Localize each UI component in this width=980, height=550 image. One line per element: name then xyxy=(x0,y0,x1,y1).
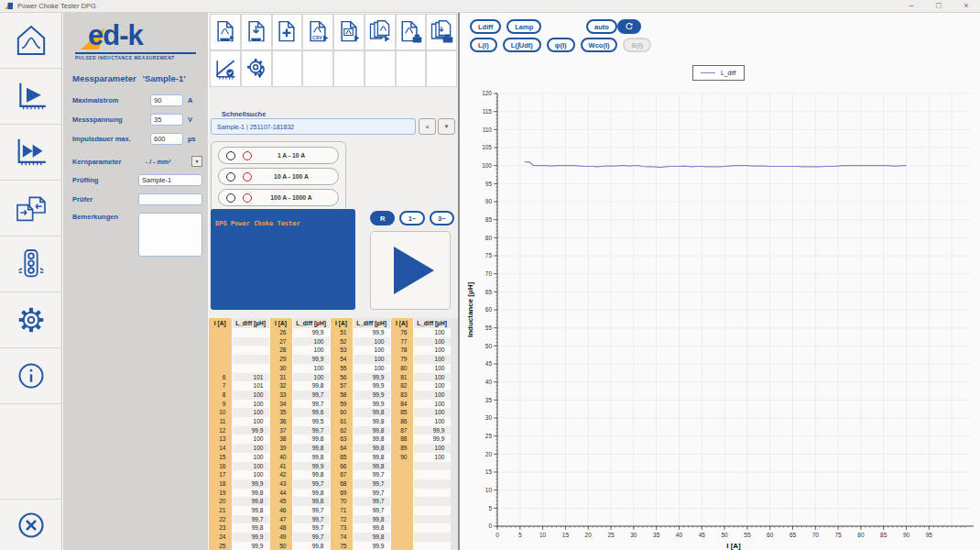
schnellsuche-clear-button[interactable]: × xyxy=(419,118,436,135)
start-measurement-button[interactable] xyxy=(370,231,451,310)
range-option-3[interactable]: 100 A - 1000 A xyxy=(218,189,339,206)
sidebar-info-button[interactable] xyxy=(0,348,61,404)
table-cell-ldiff: 99,9 xyxy=(413,434,451,444)
add-measurement-button[interactable] xyxy=(273,15,302,50)
wco-of-i-button[interactable]: Wco(I) xyxy=(581,38,618,52)
svg-text:110: 110 xyxy=(483,126,493,133)
parameter-panel: ed-k PULSED INDUCTANCE MEASUREMENT Messp… xyxy=(63,13,208,550)
record-circle-icon xyxy=(243,151,252,160)
table-cell-ldiff: 100 xyxy=(292,373,330,382)
sidebar-measure-fast-button[interactable] xyxy=(0,125,61,181)
record-circle-icon xyxy=(243,172,252,182)
sidebar-status-button[interactable] xyxy=(0,236,61,292)
save-measurement-button[interactable] xyxy=(242,15,271,50)
table-cell-ldiff xyxy=(232,364,269,373)
svg-text:120: 120 xyxy=(482,90,492,96)
table-cell-ldiff: 99,8 xyxy=(353,417,390,426)
svg-text:30: 30 xyxy=(630,532,637,538)
process-settings-button[interactable] xyxy=(242,51,271,86)
table-cell-ldiff: 99,7 xyxy=(353,479,390,489)
sidebar-home-button[interactable] xyxy=(0,13,61,69)
impulsdauer-input[interactable] xyxy=(150,133,183,145)
minimize-button[interactable]: – xyxy=(898,0,925,12)
table-cell-current: 14 xyxy=(209,444,232,453)
messspannung-input[interactable] xyxy=(150,114,183,126)
table-cell-ldiff: 100 xyxy=(413,364,451,373)
table-cell-current: 44 xyxy=(269,489,292,498)
table-cell-ldiff: 99,8 xyxy=(353,523,390,533)
field-unit: A xyxy=(188,96,202,104)
print-all-button[interactable] xyxy=(427,15,456,50)
table-cell-current: 31 xyxy=(269,373,292,382)
maximalstrom-input[interactable] xyxy=(150,94,183,106)
table-row: 301005510080100 xyxy=(209,364,451,373)
export-csv-button[interactable]: CSV xyxy=(303,15,332,50)
table-cell-current xyxy=(209,328,232,337)
maximize-button[interactable]: □ xyxy=(925,0,953,12)
range-option-2[interactable]: 10 A - 100 A xyxy=(218,168,339,185)
mode-three-phase-button[interactable]: 3~ xyxy=(430,211,454,226)
export-report-button[interactable] xyxy=(334,15,364,50)
save-measurement-icon xyxy=(244,19,269,45)
lamp-button[interactable]: Lamp xyxy=(506,19,541,34)
mode-r-button[interactable]: R xyxy=(370,211,395,226)
field-row-maximalstrom: Maximalstrom A xyxy=(63,94,208,106)
l-of-i-button[interactable]: L(I) xyxy=(470,38,497,52)
table-cell-ldiff: 101 xyxy=(232,381,269,390)
pruefling-input[interactable] xyxy=(138,174,202,186)
sidebar-settings-button[interactable] xyxy=(0,292,61,348)
table-cell-current xyxy=(390,515,413,524)
table-cell-ldiff xyxy=(413,515,451,524)
pruefer-input[interactable] xyxy=(138,193,202,205)
table-cell-ldiff: 99,9 xyxy=(232,533,269,542)
table-row: 2699,95199,976100 xyxy=(209,328,451,337)
table-cell-ldiff xyxy=(232,337,269,346)
measurement-table: I [A]L_diff [µH]I [A]L_diff [µH]I [A]L_d… xyxy=(209,318,452,550)
toolbar-empty-cell xyxy=(397,51,426,86)
schnellsuche-label: Schnellsuche xyxy=(222,110,266,118)
table-cell-current xyxy=(390,489,413,498)
close-button[interactable]: × xyxy=(953,0,980,12)
bemerkungen-textarea[interactable] xyxy=(138,213,202,257)
range-option-1[interactable]: 1 A - 10 A xyxy=(218,147,339,164)
table-cell-ldiff: 99,9 xyxy=(353,400,390,409)
sidebar-measure-button[interactable] xyxy=(0,69,61,125)
table-cell-current xyxy=(209,337,232,346)
svg-text:CSV: CSV xyxy=(312,35,322,40)
refresh-button[interactable] xyxy=(617,19,641,34)
table-header-ldiff: L_diff [µH] xyxy=(232,318,269,328)
table-cell-current: 39 xyxy=(269,444,292,453)
schnellsuche-combo[interactable] xyxy=(211,118,416,135)
table-cell-current: 84 xyxy=(390,400,413,409)
table-header-current: I [A] xyxy=(269,318,292,328)
export-all-button[interactable] xyxy=(365,15,395,50)
field-row-kernparameter: Kernparameter - / - mm² ▼ xyxy=(63,156,208,167)
table-cell-current: 69 xyxy=(330,489,353,498)
svg-text:20: 20 xyxy=(585,532,593,538)
table-cell-current: 77 xyxy=(390,337,413,346)
print-report-button[interactable] xyxy=(397,15,426,50)
svg-text:115: 115 xyxy=(483,108,493,115)
auto-scale-button[interactable]: auto xyxy=(586,19,617,34)
table-row: 1999,84499,86999,7 xyxy=(209,489,451,498)
curve-toggle-button[interactable] xyxy=(211,51,240,86)
svg-text:45: 45 xyxy=(699,532,706,538)
schnellsuche-dropdown-button[interactable]: ▼ xyxy=(438,118,455,135)
mode-single-phase-button[interactable]: 1~ xyxy=(399,211,424,226)
svg-text:90: 90 xyxy=(485,198,493,204)
play-icon xyxy=(394,247,434,294)
svg-text:10: 10 xyxy=(539,532,547,538)
l-of-integral-udt-button[interactable]: L(∫Udt) xyxy=(503,38,541,52)
table-scrollbar[interactable] xyxy=(451,318,458,550)
terminal-text: DPG Power Choke Tester xyxy=(215,220,300,227)
ldiff-button[interactable]: Ldiff xyxy=(470,19,501,34)
psi-of-i-button[interactable]: ψ(I) xyxy=(547,38,575,52)
sidebar-data-transfer-button[interactable] xyxy=(0,181,61,236)
table-row: 271005210077100 xyxy=(209,337,451,346)
kernparameter-dropdown-button[interactable]: ▼ xyxy=(191,156,202,167)
svg-text:50: 50 xyxy=(721,532,728,538)
table-row: 2499,94999,77499,8 xyxy=(209,533,451,542)
sidebar-exit-button[interactable] xyxy=(0,499,61,550)
load-measurement-button[interactable] xyxy=(211,15,240,50)
field-label: Prüfer xyxy=(72,195,138,204)
